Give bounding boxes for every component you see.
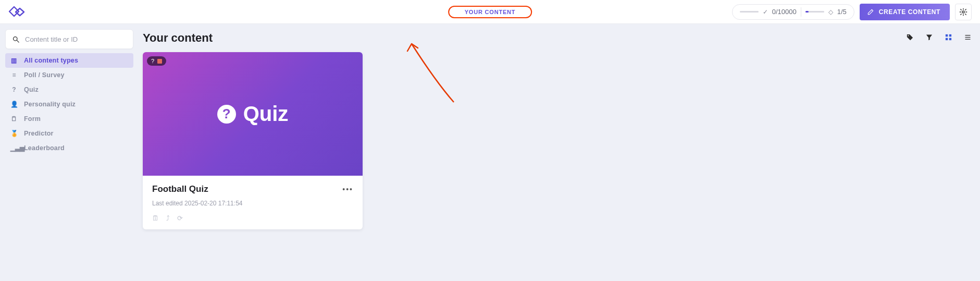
diamond-icon: ◇ (828, 8, 833, 16)
create-button-label: CREATE CONTENT (879, 8, 940, 16)
tab-label: YOUR CONTENT (465, 9, 516, 15)
sidebar-item-label: All content types (24, 57, 78, 64)
card-thumbnail: ? ? Quiz (143, 52, 363, 176)
svg-line-2 (17, 40, 19, 42)
views-count: 0/10000 (772, 8, 797, 16)
sidebar-item-label: Personality quiz (24, 101, 76, 108)
app-header: YOUR CONTENT ✓ 0/10000 ◇ 1/5 CREATE CONT… (0, 0, 980, 24)
share-icon: ⤴ (166, 214, 170, 222)
list-lines-icon (964, 33, 972, 41)
gems-count: 1/5 (837, 8, 847, 16)
gems-progress-bar (805, 11, 824, 13)
views-progress-bar (740, 11, 759, 13)
clipboard-icon: 🗒 (10, 115, 18, 123)
question-icon: ? (10, 86, 18, 93)
content-type-nav: ▥ All content types ≡ Poll / Survey ? Qu… (5, 53, 133, 155)
content-card[interactable]: ? ? Quiz Football Quiz ••• Last edited 2… (143, 52, 363, 229)
funnel-icon (925, 33, 933, 41)
quiz-circle-icon: ? (217, 105, 236, 124)
settings-button[interactable] (955, 4, 972, 20)
tag-icon (906, 33, 914, 41)
search-icon (12, 35, 20, 43)
sidebar-item-poll[interactable]: ≡ Poll / Survey (5, 68, 133, 82)
question-mark-icon: ? (151, 58, 154, 64)
sidebar-item-personality[interactable]: 👤 Personality quiz (5, 97, 133, 112)
top-nav: YOUR CONTENT (448, 6, 532, 18)
grid-view-button[interactable] (945, 33, 952, 43)
card-more-button[interactable]: ••• (342, 185, 353, 193)
refresh-icon: ⟳ (177, 214, 183, 222)
main-area: ▥ All content types ≡ Poll / Survey ? Qu… (0, 24, 980, 235)
tab-your-content[interactable]: YOUR CONTENT (448, 6, 532, 18)
search-input[interactable] (25, 35, 127, 43)
card-body: Football Quiz ••• Last edited 2025-02-20… (143, 176, 363, 229)
edit-icon (867, 8, 874, 16)
sidebar-item-leaderboard[interactable]: ▁▃▅ Leaderboard (5, 141, 133, 155)
person-icon: 👤 (10, 101, 18, 108)
sidebar: ▥ All content types ≡ Poll / Survey ? Qu… (5, 29, 133, 229)
search-box[interactable] (5, 29, 133, 49)
separator (801, 7, 801, 17)
card-type-label: Quiz (243, 102, 289, 126)
sidebar-item-label: Form (24, 115, 41, 123)
create-content-button[interactable]: CREATE CONTENT (860, 4, 950, 20)
status-dot-icon (157, 59, 162, 64)
header-actions: ✓ 0/10000 ◇ 1/5 CREATE CONTENT (732, 4, 972, 20)
sidebar-item-label: Predictor (24, 130, 54, 137)
check-icon: ✓ (763, 8, 768, 16)
svg-rect-4 (946, 34, 948, 36)
card-hero-content: ? Quiz (217, 102, 289, 126)
usage-stats-pill[interactable]: ✓ 0/10000 ◇ 1/5 (732, 4, 854, 20)
tag-filter-button[interactable] (906, 33, 914, 43)
gear-icon (959, 8, 967, 16)
bars-icon: ▁▃▅ (10, 144, 18, 152)
svg-rect-7 (949, 38, 951, 40)
grid-icon (945, 33, 952, 41)
content-header: Your content (143, 31, 975, 45)
svg-point-0 (962, 11, 964, 13)
calendar-icon: 🗓 (152, 214, 159, 222)
filter-button[interactable] (925, 33, 933, 43)
sidebar-item-label: Quiz (24, 86, 39, 93)
list-icon: ≡ (10, 71, 18, 79)
sidebar-item-all-types[interactable]: ▥ All content types (5, 53, 133, 68)
medal-icon: 🏅 (10, 130, 18, 137)
sidebar-item-form[interactable]: 🗒 Form (5, 112, 133, 126)
card-meta-icons: 🗓 ⤴ ⟳ (152, 214, 353, 222)
view-controls (906, 33, 972, 43)
sidebar-item-label: Poll / Survey (24, 71, 65, 79)
brand-logo[interactable] (8, 5, 29, 19)
sidebar-item-label: Leaderboard (24, 144, 65, 152)
sidebar-item-quiz[interactable]: ? Quiz (5, 82, 133, 97)
content-grid: ? ? Quiz Football Quiz ••• Last edited 2… (143, 52, 975, 229)
svg-point-3 (908, 35, 909, 36)
page-title: Your content (143, 31, 213, 45)
content-area: Your content (143, 29, 975, 229)
svg-rect-5 (949, 34, 951, 36)
list-view-button[interactable] (964, 33, 972, 43)
card-type-badge: ? (147, 56, 166, 66)
card-last-edited: Last edited 2025-02-20 17:11:54 (152, 200, 353, 207)
svg-point-1 (14, 36, 18, 41)
sidebar-item-predictor[interactable]: 🏅 Predictor (5, 126, 133, 141)
svg-rect-6 (946, 38, 948, 40)
card-title: Football Quiz (152, 184, 208, 194)
book-icon: ▥ (10, 57, 18, 64)
